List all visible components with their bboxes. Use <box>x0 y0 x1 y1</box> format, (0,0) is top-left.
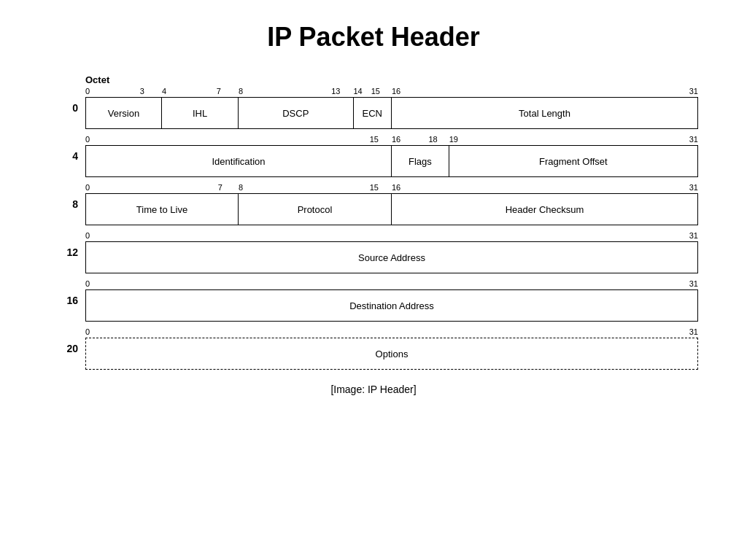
row-20-wrapper: 0 31 Options <box>85 327 698 370</box>
row-8: 8 0 7 8 15 16 31 Time to Live Protocol H… <box>49 183 698 225</box>
bit-label: 14 <box>354 87 363 96</box>
row-16: 16 0 31 Destination Address <box>49 279 698 322</box>
field-source-address: Source Address <box>85 241 698 273</box>
bit-label: 7 <box>217 87 221 96</box>
bit-label: 0 <box>85 183 90 192</box>
bit-label: 19 <box>449 135 458 144</box>
bit-label: 16 <box>392 183 400 192</box>
bit-label: 15 <box>371 87 380 96</box>
bit-label: 31 <box>689 87 698 96</box>
bit-label: 0 <box>85 135 90 144</box>
field-total-length: Total Length <box>392 97 698 129</box>
row-12: 12 0 31 Source Address <box>49 231 698 273</box>
bit-label: 16 <box>392 87 400 96</box>
row-12-bit-labels: 0 31 <box>85 231 698 241</box>
bit-label: 0 <box>85 231 90 240</box>
bit-label: 31 <box>689 279 698 288</box>
octet-header-label: Octet <box>85 74 109 85</box>
bit-label: 4 <box>162 87 166 96</box>
row-20: 20 0 31 Options <box>49 327 698 370</box>
octet-12: 12 <box>49 246 85 258</box>
bit-label: 31 <box>689 327 698 336</box>
octet-4: 4 <box>49 150 85 162</box>
row-0-wrapper: 0 3 4 7 8 13 14 15 16 31 Version IHL DSC… <box>85 87 698 129</box>
diagram-caption: [Image: IP Header] <box>330 384 416 395</box>
field-dscp: DSCP <box>239 97 354 129</box>
bit-label: 16 <box>392 135 400 144</box>
field-flags: Flags <box>392 145 449 177</box>
field-options: Options <box>85 338 698 370</box>
bit-label: 18 <box>429 135 438 144</box>
row-4-wrapper: 0 15 16 18 19 31 Identification Flags Fr… <box>85 135 698 177</box>
bit-label: 3 <box>140 87 144 96</box>
bit-label: 31 <box>689 135 698 144</box>
row-4: 4 0 15 16 18 19 31 Identification Flags … <box>49 135 698 177</box>
row-16-wrapper: 0 31 Destination Address <box>85 279 698 322</box>
row-16-bit-labels: 0 31 <box>85 279 698 289</box>
row-12-wrapper: 0 31 Source Address <box>85 231 698 273</box>
field-identification: Identification <box>85 145 392 177</box>
row-0-fields: Version IHL DSCP ECN Total Length <box>85 97 698 129</box>
bit-label: 15 <box>370 183 379 192</box>
bit-label: 8 <box>239 183 243 192</box>
bit-label: 13 <box>331 87 340 96</box>
field-ecn: ECN <box>354 97 392 129</box>
row-4-fields: Identification Flags Fragment Offset <box>85 145 698 177</box>
octet-20: 20 <box>49 343 85 354</box>
octet-16: 16 <box>49 295 85 306</box>
row-8-fields: Time to Live Protocol Header Checksum <box>85 193 698 225</box>
field-fragment-offset: Fragment Offset <box>449 145 698 177</box>
field-protocol: Protocol <box>239 193 392 225</box>
bit-label: 8 <box>239 87 243 96</box>
bit-label: 31 <box>689 183 698 192</box>
field-version: Version <box>85 97 162 129</box>
bit-label: 0 <box>85 87 90 96</box>
row-0-bit-labels: 0 3 4 7 8 13 14 15 16 31 <box>85 87 698 97</box>
row-16-fields: Destination Address <box>85 289 698 322</box>
row-20-bit-labels: 0 31 <box>85 327 698 338</box>
field-destination-address: Destination Address <box>85 289 698 322</box>
octet-0: 0 <box>49 102 85 114</box>
bit-label: 0 <box>85 279 90 288</box>
bit-label: 0 <box>85 327 90 336</box>
row-12-fields: Source Address <box>85 241 698 273</box>
ip-header-diagram: Octet 0 0 3 4 7 8 13 14 15 16 31 V <box>49 74 698 396</box>
field-ihl: IHL <box>162 97 239 129</box>
field-ttl: Time to Live <box>85 193 239 225</box>
row-20-fields: Options <box>85 338 698 370</box>
row-4-bit-labels: 0 15 16 18 19 31 <box>85 135 698 145</box>
page-container: IP Packet Header Octet 0 0 3 4 7 8 13 14… <box>15 15 732 396</box>
row-8-wrapper: 0 7 8 15 16 31 Time to Live Protocol Hea… <box>85 183 698 225</box>
row-0: 0 0 3 4 7 8 13 14 15 16 31 Version IHL <box>49 87 698 129</box>
row-8-bit-labels: 0 7 8 15 16 31 <box>85 183 698 193</box>
page-title: IP Packet Header <box>267 22 480 52</box>
bit-label: 15 <box>370 135 379 144</box>
octet-8: 8 <box>49 198 85 210</box>
bit-label: 31 <box>689 231 698 240</box>
bit-label: 7 <box>218 183 222 192</box>
field-header-checksum: Header Checksum <box>392 193 698 225</box>
